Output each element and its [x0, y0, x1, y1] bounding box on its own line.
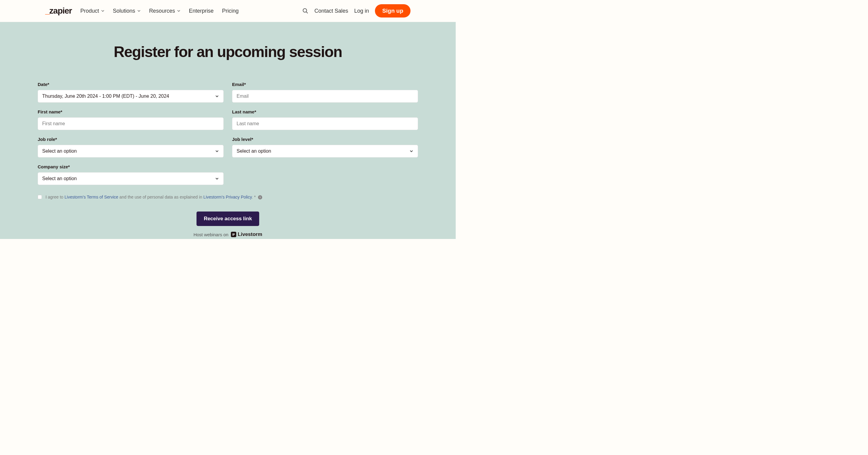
nav-resources-label: Resources [149, 8, 175, 14]
registration-form: Date* Thursday, June 20th 2024 - 1:00 PM… [38, 82, 418, 237]
contact-sales-link[interactable]: Contact Sales [314, 8, 348, 14]
terms-of-service-link[interactable]: Livestorm's Terms of Service [64, 195, 118, 199]
main-content: Register for an upcoming session Date* T… [0, 22, 456, 239]
terms-prefix: I agree to [45, 195, 64, 199]
last-name-input[interactable] [232, 117, 418, 130]
svg-rect-6 [232, 235, 234, 236]
chevron-down-icon [215, 176, 219, 181]
nav-solutions-label: Solutions [113, 8, 135, 14]
form-grid: Date* Thursday, June 20th 2024 - 1:00 PM… [38, 82, 418, 185]
svg-rect-3 [260, 197, 260, 198]
company-size-field-container: Company size* Select an option [38, 164, 224, 185]
login-link[interactable]: Log in [354, 8, 369, 14]
privacy-policy-link[interactable]: Livestorm's Privacy Policy [204, 195, 252, 199]
date-value: Thursday, June 20th 2024 - 1:00 PM (EDT)… [42, 93, 215, 99]
submit-row: Receive access link [38, 211, 418, 226]
email-input[interactable] [232, 90, 418, 103]
nav-resources[interactable]: Resources [149, 8, 181, 14]
nav-enterprise[interactable]: Enterprise [189, 8, 214, 14]
date-label: Date* [38, 82, 224, 87]
main-header: _zapier Product Solutions Resources Ente… [0, 0, 456, 22]
svg-point-0 [303, 9, 307, 12]
nav-pricing-label: Pricing [222, 8, 239, 14]
footer-text: Host webinars on [193, 232, 228, 237]
header-left: _zapier Product Solutions Resources Ente… [45, 6, 239, 16]
zapier-logo[interactable]: _zapier [45, 6, 72, 16]
search-icon[interactable] [302, 8, 308, 14]
first-name-field-container: First name* [38, 109, 224, 130]
page-title: Register for an upcoming session [0, 43, 456, 61]
logo-underscore-icon: _ [45, 6, 50, 16]
last-name-field-container: Last name* [232, 109, 418, 130]
job-level-field-container: Job level* Select an option [232, 137, 418, 158]
nav-solutions[interactable]: Solutions [113, 8, 141, 14]
email-label: Email* [232, 82, 418, 87]
livestorm-brand-text: Livestorm [238, 231, 262, 237]
nav-pricing[interactable]: Pricing [222, 8, 239, 14]
nav-product-label: Product [81, 8, 99, 14]
first-name-input[interactable] [38, 117, 224, 130]
header-right: Contact Sales Log in Sign up [302, 4, 410, 18]
job-role-label: Job role* [38, 137, 224, 142]
date-field-container: Date* Thursday, June 20th 2024 - 1:00 PM… [38, 82, 224, 103]
info-icon[interactable] [258, 195, 262, 199]
chevron-down-icon [177, 9, 181, 13]
submit-button[interactable]: Receive access link [196, 211, 259, 226]
chevron-down-icon [215, 94, 219, 98]
company-size-select[interactable]: Select an option [38, 172, 224, 185]
last-name-label: Last name* [232, 109, 418, 114]
signup-button[interactable]: Sign up [375, 4, 410, 18]
company-size-label: Company size* [38, 164, 224, 169]
chevron-down-icon [215, 149, 219, 153]
svg-point-2 [260, 196, 261, 197]
logo-text: zapier [50, 6, 72, 16]
terms-suffix: . * [252, 195, 257, 199]
chevron-down-icon [101, 9, 104, 13]
chevron-down-icon [409, 149, 413, 153]
nav-enterprise-label: Enterprise [189, 8, 214, 14]
company-size-placeholder: Select an option [42, 176, 215, 181]
job-level-label: Job level* [232, 137, 418, 142]
job-level-placeholder: Select an option [237, 148, 409, 154]
terms-text: I agree to Livestorm's Terms of Service … [45, 195, 262, 199]
date-select[interactable]: Thursday, June 20th 2024 - 1:00 PM (EDT)… [38, 90, 224, 103]
main-nav: Product Solutions Resources Enterprise P… [81, 8, 239, 14]
terms-middle: and the use of personal data as explaine… [118, 195, 204, 199]
email-field-container: Email* [232, 82, 418, 103]
svg-line-1 [306, 12, 308, 13]
job-level-select[interactable]: Select an option [232, 145, 418, 158]
job-role-select[interactable]: Select an option [38, 145, 224, 158]
livestorm-icon [231, 232, 236, 237]
chevron-down-icon [137, 9, 141, 13]
webinar-host-footer: Host webinars on Livestorm [38, 231, 418, 237]
nav-product[interactable]: Product [81, 8, 104, 14]
svg-rect-4 [232, 233, 235, 234]
svg-rect-5 [232, 234, 235, 235]
first-name-label: First name* [38, 109, 224, 114]
terms-row: I agree to Livestorm's Terms of Service … [38, 195, 418, 199]
job-role-field-container: Job role* Select an option [38, 137, 224, 158]
livestorm-logo[interactable]: Livestorm [231, 231, 262, 237]
terms-checkbox[interactable] [38, 195, 42, 199]
job-role-placeholder: Select an option [42, 148, 215, 154]
